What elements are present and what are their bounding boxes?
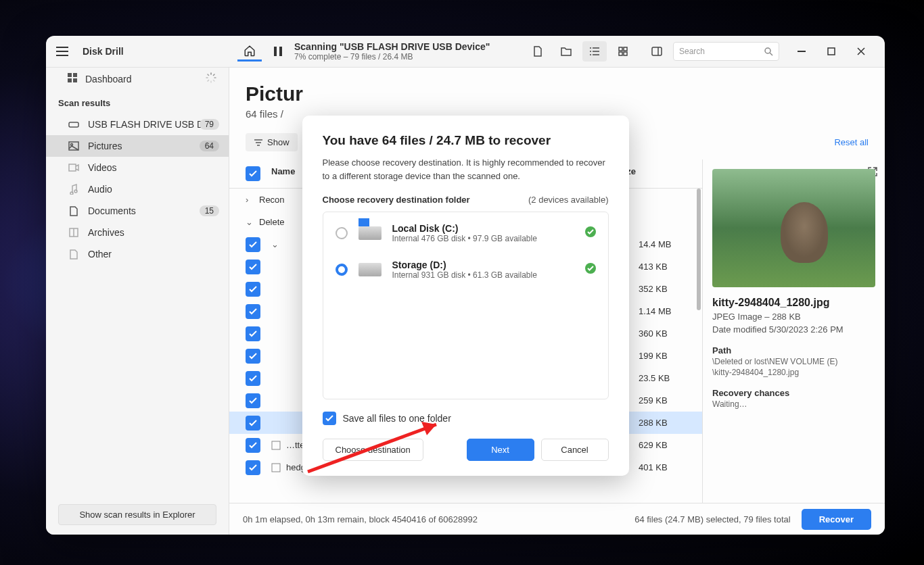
dashboard-item[interactable]: Dashboard bbox=[46, 68, 229, 90]
preview-filename: kitty-2948404_1280.jpg bbox=[712, 297, 875, 309]
recover-button[interactable]: Recover bbox=[802, 509, 871, 530]
home-tab[interactable] bbox=[237, 41, 262, 62]
scrollbar[interactable] bbox=[697, 189, 701, 310]
panel-icon[interactable] bbox=[645, 41, 669, 62]
maximize-button[interactable] bbox=[821, 42, 841, 61]
cancel-button[interactable]: Cancel bbox=[541, 439, 609, 461]
destination-meta: Internal 931 GB disk • 61.3 GB available bbox=[392, 270, 574, 280]
svg-rect-21 bbox=[272, 441, 280, 449]
svg-rect-3 bbox=[624, 47, 627, 51]
destination-list: Local Disk (C:)Internal 476 GB disk • 97… bbox=[323, 212, 609, 399]
scan-results-heading: Scan results bbox=[46, 90, 229, 114]
dashboard-label: Dashboard bbox=[85, 74, 132, 84]
svg-rect-10 bbox=[68, 73, 72, 77]
archive-icon bbox=[68, 228, 80, 237]
sidebar-item-videos[interactable]: Videos bbox=[46, 157, 229, 178]
list-view-icon[interactable] bbox=[582, 41, 607, 62]
save-all-checkbox[interactable] bbox=[323, 412, 336, 425]
minimize-button[interactable] bbox=[791, 42, 812, 61]
video-icon bbox=[68, 164, 80, 172]
show-filter[interactable]: Show bbox=[246, 133, 298, 151]
svg-rect-6 bbox=[652, 47, 662, 55]
cell-size: 1.14 MB bbox=[639, 306, 686, 316]
expand-icon[interactable]: › bbox=[246, 195, 259, 205]
sidebar-item-label: Documents bbox=[88, 205, 136, 216]
dialog-buttons: Choose destination Next Cancel bbox=[323, 439, 609, 461]
row-checkbox[interactable] bbox=[246, 349, 260, 364]
svg-rect-0 bbox=[274, 47, 277, 56]
destination-item[interactable]: Storage (D:)Internal 931 GB disk • 61.3 … bbox=[323, 251, 608, 288]
row-checkbox[interactable] bbox=[246, 282, 260, 297]
save-all-row[interactable]: Save all files to one folder bbox=[323, 412, 609, 425]
svg-point-18 bbox=[70, 192, 73, 195]
row-checkbox[interactable] bbox=[246, 237, 260, 252]
sidebar-badge: 15 bbox=[200, 205, 219, 216]
expand-icon[interactable]: ⌄ bbox=[271, 239, 285, 249]
sidebar-item-label: Videos bbox=[88, 162, 117, 173]
show-in-explorer-button[interactable]: Show scan results in Explorer bbox=[58, 504, 216, 525]
svg-rect-14 bbox=[69, 122, 78, 127]
destination-item[interactable]: Local Disk (C:)Internal 476 GB disk • 97… bbox=[323, 215, 608, 251]
drive-icon bbox=[359, 226, 382, 240]
check-ok-icon bbox=[585, 263, 596, 276]
header-checkbox[interactable] bbox=[246, 166, 271, 181]
spinner-icon bbox=[206, 72, 216, 85]
choose-destination-button[interactable]: Choose destination bbox=[323, 439, 423, 461]
sidebar-item-usb[interactable]: USB FLASH DRIVE USB D…79 bbox=[46, 114, 229, 135]
row-checkbox[interactable] bbox=[246, 438, 260, 453]
hamburger-icon[interactable] bbox=[46, 47, 78, 56]
filter-label: Show bbox=[267, 137, 290, 147]
picture-icon bbox=[68, 141, 80, 151]
radio-selected[interactable] bbox=[336, 264, 348, 276]
file-icon[interactable] bbox=[526, 41, 550, 62]
svg-rect-2 bbox=[619, 47, 622, 51]
radio-unselected[interactable] bbox=[336, 227, 348, 239]
sidebar-item-documents[interactable]: Documents15 bbox=[46, 200, 229, 222]
pause-icon[interactable] bbox=[266, 41, 290, 62]
sidebar-item-other[interactable]: Other bbox=[46, 243, 229, 265]
file-icon bbox=[271, 441, 281, 450]
app-window: Disk Drill Scanning "USB FLASH DRIVE USB… bbox=[46, 36, 885, 535]
filter-icon bbox=[254, 139, 263, 146]
row-checkbox[interactable] bbox=[246, 393, 260, 408]
footer: 0h 1m elapsed, 0h 13m remain, block 4540… bbox=[229, 503, 885, 535]
close-button[interactable] bbox=[851, 42, 871, 61]
sidebar-badge: 79 bbox=[200, 119, 219, 130]
drive-icon bbox=[359, 263, 382, 276]
sidebar-item-label: USB FLASH DRIVE USB D… bbox=[88, 119, 213, 130]
sidebar-item-archives[interactable]: Archives bbox=[46, 222, 229, 243]
sidebar-item-label: Archives bbox=[88, 227, 124, 238]
drive-icon bbox=[68, 120, 80, 128]
scan-subtitle: 7% complete – 79 files / 26.4 MB bbox=[294, 52, 522, 62]
next-button[interactable]: Next bbox=[467, 439, 534, 461]
row-checkbox[interactable] bbox=[246, 304, 260, 319]
sidebar: Dashboard Scan results USB FLASH DRIVE U… bbox=[46, 68, 229, 535]
folder-icon[interactable] bbox=[554, 41, 578, 62]
group-label: Recon bbox=[259, 195, 285, 205]
sidebar-item-label: Other bbox=[88, 249, 112, 260]
row-checkbox[interactable] bbox=[246, 326, 260, 341]
destination-meta: Internal 476 GB disk • 97.9 GB available bbox=[392, 234, 574, 243]
row-checkbox[interactable] bbox=[246, 371, 260, 386]
footer-summary: 64 files (24.7 MB) selected, 79 files to… bbox=[634, 514, 791, 524]
search-placeholder: Search bbox=[679, 47, 764, 56]
row-checkbox[interactable] bbox=[246, 460, 260, 475]
dialog-subheader: Choose recovery destination folder (2 de… bbox=[323, 195, 609, 205]
dialog-description: Please choose recovery destination. It i… bbox=[323, 156, 609, 182]
svg-rect-17 bbox=[69, 164, 76, 171]
row-checkbox[interactable] bbox=[246, 260, 260, 274]
preview-image bbox=[712, 169, 875, 287]
row-checkbox[interactable] bbox=[246, 416, 260, 431]
path-label: Path bbox=[712, 345, 875, 355]
save-all-label: Save all files to one folder bbox=[343, 413, 451, 424]
grid-view-icon[interactable] bbox=[611, 41, 635, 62]
cell-size: 259 KB bbox=[639, 395, 686, 406]
expand-icon[interactable]: ⌄ bbox=[246, 217, 259, 227]
svg-rect-22 bbox=[272, 464, 280, 472]
sidebar-item-pictures[interactable]: Pictures64 bbox=[46, 135, 229, 157]
sidebar-item-audio[interactable]: Audio bbox=[46, 178, 229, 200]
svg-point-7 bbox=[765, 48, 770, 53]
svg-rect-8 bbox=[798, 51, 806, 52]
search-input[interactable]: Search bbox=[673, 42, 779, 61]
reset-all-link[interactable]: Reset all bbox=[834, 137, 869, 147]
